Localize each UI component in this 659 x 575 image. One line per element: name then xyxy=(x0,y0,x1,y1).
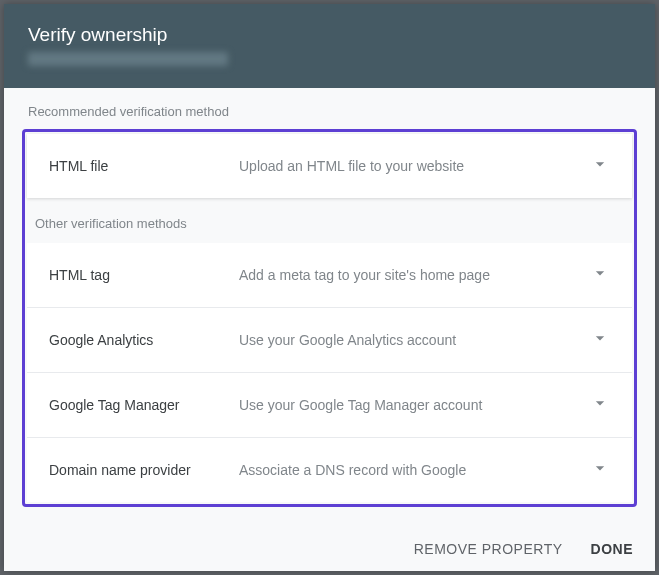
dialog-footer: REMOVE PROPERTY DONE xyxy=(4,527,655,571)
method-html-file[interactable]: HTML file Upload an HTML file to your we… xyxy=(27,134,632,198)
recommended-section-label: Recommended verification method xyxy=(4,88,655,129)
dialog-title: Verify ownership xyxy=(28,24,631,46)
method-name: Google Analytics xyxy=(49,332,239,348)
method-html-tag[interactable]: HTML tag Add a meta tag to your site's h… xyxy=(27,243,632,308)
method-google-tag-manager[interactable]: Google Tag Manager Use your Google Tag M… xyxy=(27,373,632,438)
chevron-down-icon xyxy=(590,458,610,482)
dialog-content: Recommended verification method HTML fil… xyxy=(4,88,655,527)
method-name: Domain name provider xyxy=(49,462,239,478)
method-desc: Upload an HTML file to your website xyxy=(239,158,582,174)
method-name: Google Tag Manager xyxy=(49,397,239,413)
method-desc: Add a meta tag to your site's home page xyxy=(239,267,582,283)
chevron-down-icon xyxy=(590,328,610,352)
other-methods-list: HTML tag Add a meta tag to your site's h… xyxy=(27,243,632,502)
methods-highlighted-area: HTML file Upload an HTML file to your we… xyxy=(22,129,637,507)
method-desc: Associate a DNS record with Google xyxy=(239,462,582,478)
chevron-down-icon xyxy=(590,154,610,178)
verify-ownership-dialog: Verify ownership Recommended verificatio… xyxy=(4,4,655,571)
method-desc: Use your Google Analytics account xyxy=(239,332,582,348)
method-desc: Use your Google Tag Manager account xyxy=(239,397,582,413)
method-domain-name-provider[interactable]: Domain name provider Associate a DNS rec… xyxy=(27,438,632,502)
chevron-down-icon xyxy=(590,393,610,417)
remove-property-button[interactable]: REMOVE PROPERTY xyxy=(414,541,563,557)
dialog-header: Verify ownership xyxy=(4,4,655,88)
other-section-label: Other verification methods xyxy=(27,198,632,243)
recommended-method-card: HTML file Upload an HTML file to your we… xyxy=(27,134,632,198)
method-name: HTML tag xyxy=(49,267,239,283)
chevron-down-icon xyxy=(590,263,610,287)
done-button[interactable]: DONE xyxy=(591,541,633,557)
method-name: HTML file xyxy=(49,158,239,174)
method-google-analytics[interactable]: Google Analytics Use your Google Analyti… xyxy=(27,308,632,373)
property-url-blurred xyxy=(28,52,228,66)
